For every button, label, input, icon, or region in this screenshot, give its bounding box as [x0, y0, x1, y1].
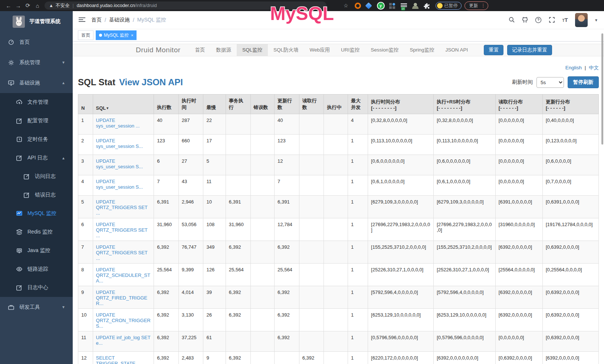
- user-menu-caret-icon[interactable]: ▼: [594, 18, 598, 22]
- sidebar-item-config[interactable]: 配置管理: [0, 112, 73, 130]
- col-n[interactable]: N: [78, 95, 93, 114]
- cell-n: 1: [78, 114, 93, 135]
- cell-n: 3: [78, 155, 93, 175]
- col-sql[interactable]: SQL▼: [93, 95, 154, 114]
- extension-donut-icon[interactable]: [355, 3, 361, 9]
- breadcrumb-home[interactable]: 首页: [91, 17, 102, 23]
- col-exec-time[interactable]: 执行时间: [178, 95, 203, 114]
- lang-chinese-link[interactable]: 中文: [589, 65, 599, 70]
- sql-link[interactable]: UPDATE sys_user_session S...: [96, 158, 143, 169]
- druid-tab-spring[interactable]: Spring监控: [404, 44, 440, 56]
- col-exec-time-dist[interactable]: 执行时间分布[- - - - - - - -]: [368, 95, 434, 114]
- view-json-api-link[interactable]: View JSON API: [119, 77, 183, 87]
- col-update-row-dist[interactable]: 更新行分布[- - - - - -]: [542, 95, 598, 114]
- cell-n: 10: [78, 309, 93, 331]
- druid-tab-datasource[interactable]: 数据源: [211, 44, 237, 56]
- cell-errors: [250, 114, 275, 135]
- reset-button[interactable]: 重置: [484, 45, 503, 55]
- druid-tab-sql[interactable]: SQL监控: [237, 44, 268, 56]
- sidebar-item-java-monitor[interactable]: Java 监控: [0, 241, 73, 260]
- reload-icon[interactable]: ⟳: [23, 2, 33, 9]
- tag-mysql-monitor[interactable]: MySQL 监控 ×: [96, 30, 137, 40]
- cell-exec-count: 6: [154, 155, 179, 175]
- extension-person-icon[interactable]: [412, 3, 418, 9]
- sidebar-item-mysql-monitor[interactable]: MySQL 监控: [0, 204, 73, 223]
- pause-refresh-button[interactable]: 暂停刷新: [568, 76, 599, 88]
- extension-list-icon[interactable]: on: [401, 3, 407, 9]
- not-secure-label: 不安全: [56, 3, 70, 9]
- bookmark-star-icon[interactable]: ☆: [344, 3, 348, 9]
- app-logo-row[interactable]: 芋道管理系统: [0, 11, 73, 32]
- sidebar-item-error-log[interactable]: 错误日志: [0, 186, 73, 204]
- sql-link[interactable]: UPDATE sys_user_session S...: [96, 138, 143, 149]
- col-read-rows[interactable]: 读取行数: [299, 95, 324, 114]
- avatar[interactable]: [575, 13, 588, 27]
- col-exec-count[interactable]: 执行数: [154, 95, 179, 114]
- github-icon[interactable]: [522, 17, 528, 23]
- sql-link[interactable]: UPDATE QRTZ_TRIGGERS SET ...: [96, 222, 148, 238]
- col-exec-rs-dist[interactable]: 执行+RS时分布[- - - - - - - -]: [434, 95, 496, 114]
- extension-green-icon[interactable]: y: [378, 3, 384, 9]
- col-read-row-dist[interactable]: 读取行分布[- - - - - -]: [495, 95, 542, 114]
- sql-link[interactable]: UPDATE QRTZ_SCHEDULER_STA...: [96, 267, 150, 284]
- sidebar-item-log-center[interactable]: 日志中心: [0, 278, 73, 297]
- col-errors[interactable]: 错误数: [250, 95, 275, 114]
- druid-tab-webapp[interactable]: Web应用: [304, 44, 336, 56]
- back-icon[interactable]: ←: [4, 3, 13, 9]
- druid-logo[interactable]: Druid Monitor: [136, 46, 181, 54]
- sql-link[interactable]: UPDATE QRTZ_CRON_TRIGGERS...: [96, 312, 151, 329]
- table-row: 7 UPDATE QRTZ_TRIGGERS SET ... 6,392 76,…: [78, 241, 599, 264]
- cell-exec-rs-dist: [0,32,8,0,0,0,0,0]: [434, 114, 496, 135]
- sidebar-item-job[interactable]: 定时任务: [0, 130, 73, 149]
- sidebar-item-file[interactable]: 文件管理: [0, 93, 73, 112]
- tag-home[interactable]: 首页: [78, 30, 93, 40]
- chrome-update-button[interactable]: 更新 ⋮: [465, 1, 488, 10]
- search-icon[interactable]: [508, 17, 515, 23]
- druid-tab-uri[interactable]: URI监控: [335, 44, 365, 56]
- cell-running: [324, 264, 348, 286]
- reset-and-log-button[interactable]: 记录日志并重置: [507, 45, 552, 55]
- sql-link[interactable]: UPDATE sys_user_session ...: [96, 118, 140, 129]
- sidebar-item-tracing[interactable]: 链路追踪: [0, 260, 73, 278]
- sql-link[interactable]: UPDATE QRTZ_TRIGGERS SET ...: [96, 244, 148, 261]
- close-tag-icon[interactable]: ×: [131, 33, 133, 37]
- home-icon[interactable]: ⌂: [33, 3, 42, 9]
- breadcrumb-infra[interactable]: 基础设施: [109, 17, 130, 23]
- col-max-concurrent[interactable]: 最大并发: [348, 95, 368, 114]
- kebab-menu-icon[interactable]: ⋮: [481, 3, 486, 8]
- sidebar-item-dev-tools[interactable]: 研发工具 ▼: [0, 297, 73, 317]
- col-tx-exec[interactable]: 事务执行: [226, 95, 250, 114]
- sql-link[interactable]: UPDATE QRTZ_TRIGGERS SET ...: [96, 199, 148, 216]
- extensions-puzzle-icon[interactable]: [424, 3, 430, 9]
- sidebar-item-access-log[interactable]: 访问日志: [0, 167, 73, 186]
- druid-tab-session[interactable]: Session监控: [365, 44, 404, 56]
- sql-link[interactable]: UPDATE QRTZ_FIRED_TRIGGER...: [96, 289, 147, 306]
- sidebar-item-infra[interactable]: 基础设施 ▲: [0, 73, 73, 93]
- fullscreen-icon[interactable]: [548, 17, 555, 23]
- forward-icon[interactable]: →: [13, 3, 23, 9]
- cell-read-rows: [299, 135, 324, 155]
- druid-tab-wall[interactable]: SQL防火墙: [268, 44, 304, 56]
- druid-tab-home[interactable]: 首页: [190, 44, 211, 56]
- sidebar-item-system[interactable]: 系统管理 ▼: [0, 52, 73, 73]
- druid-tab-jsonapi[interactable]: JSON API: [440, 44, 473, 56]
- col-slowest[interactable]: 最慢: [203, 95, 226, 114]
- sidebar-item-home[interactable]: 首页: [0, 32, 73, 52]
- scrollbar-thumb[interactable]: [601, 33, 603, 145]
- col-update-rows[interactable]: 更新行数: [275, 95, 299, 114]
- extension-gem-icon[interactable]: [365, 2, 372, 9]
- font-size-icon[interactable]: TT: [562, 17, 568, 23]
- sidebar-item-redis-monitor[interactable]: Redis 监控: [0, 223, 73, 241]
- hamburger-icon[interactable]: [79, 17, 85, 23]
- sidebar-item-api-log[interactable]: API 日志 ▲: [0, 149, 73, 167]
- paused-extension-badge[interactable]: 已暂停: [436, 2, 462, 10]
- sql-link[interactable]: UPDATE inf_job_log SET e...: [96, 335, 151, 346]
- col-running[interactable]: 执行中: [324, 95, 348, 114]
- extension-squares-icon[interactable]: [389, 3, 395, 9]
- sql-link[interactable]: UPDATE sys_user_session S...: [96, 179, 143, 190]
- refresh-interval-select[interactable]: 5s: [536, 77, 564, 88]
- lang-english-link[interactable]: English: [565, 65, 582, 70]
- help-icon[interactable]: [535, 17, 542, 23]
- sql-link[interactable]: SELECT TRIGGER_STATE: [96, 355, 135, 364]
- cell-exec-time-dist: [6220,172,0,0,0,0,0,0]: [368, 352, 434, 364]
